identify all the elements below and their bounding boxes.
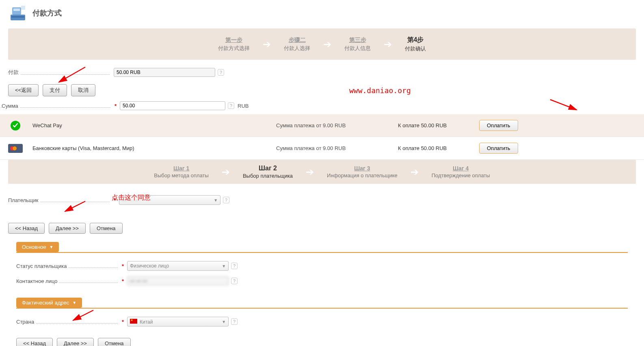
payment-min-amount: Сумма платежа от 9.00 RUB [276,145,398,151]
step-2[interactable]: 步骤二 付款人选择 [276,37,318,52]
payment-method-cards[interactable]: Банковские карты (Visa, Mastercard, Мир)… [0,137,644,160]
section-tab-main[interactable]: Основное ▼ [16,242,59,252]
chevron-down-icon: ▼ [72,300,76,305]
step-title: Шаг 3 [327,165,398,172]
back-button[interactable]: << Назад [16,338,53,346]
button-row-ru: << Назад Далее >> Отмена [0,220,644,237]
step-3[interactable]: 第三步 付款人信息 [336,37,379,52]
cancel-button[interactable]: Отмена [98,338,131,346]
help-icon[interactable]: ? [231,263,238,269]
svg-line-5 [59,67,85,82]
sum-label: Сумма [1,103,115,109]
steps-bar-ru: Шаг 1 Выбор метода оплаты ➔ Шаг 2 Выбор … [8,160,636,184]
step-sub: Информация о плательщике [327,172,398,178]
step-sub: 付款方式选择 [218,45,250,52]
payment-due-amount: К оплате 50.00 RUB [398,145,479,151]
step-sub: Выбор плательщика [243,173,293,179]
pay-method-button[interactable]: Оплатить [479,143,518,154]
currency-label: RUB [238,103,249,109]
svg-point-10 [13,146,17,150]
step-title: Шаг 4 [432,165,490,172]
arrow-icon: ➔ [318,39,336,50]
section-divider [16,252,628,253]
watermark-text: www.daniao.org [349,86,411,95]
chevron-down-icon: ▼ [50,245,54,249]
page-title: 付款方式 [32,8,62,18]
chevron-down-icon: ▼ [222,320,226,324]
section-label: Основное [22,244,46,250]
svg-line-12 [73,310,93,320]
sum-input[interactable] [120,101,225,110]
required-marker: * [115,103,117,109]
arrow-icon: ➔ [301,166,319,178]
payment-min-amount: Сумма платежа от 9.00 RUB [276,122,398,128]
country-value: Китай [140,319,153,325]
bank-card-icon [8,144,23,153]
pay-method-button[interactable]: Оплатить [479,120,518,131]
step-1[interactable]: 第一步 付款方式选择 [210,37,258,52]
required-marker: * [122,263,124,269]
cancel-button[interactable]: Отмена [90,223,123,234]
step-ru-4[interactable]: Шаг 4 Подтверждение оплаты [424,165,498,178]
arrow-icon: ➔ [406,166,424,178]
cancel-button[interactable]: 取消 [71,84,95,96]
help-icon[interactable]: ? [231,318,238,325]
annotation-arrow-icon [69,308,97,324]
contact-label: Контактное лицо [16,278,122,284]
next-button[interactable]: Далее >> [49,223,86,234]
step-ru-3[interactable]: Шаг 3 Информация о плательщике [319,165,406,178]
svg-rect-4 [11,16,24,17]
annotation-arrow-icon [53,65,89,85]
step-title: Шаг 2 [243,165,293,172]
status-select[interactable]: Физическое лицо▼ [127,261,229,271]
step-title: 第一步 [218,37,250,44]
pay-button[interactable]: 支付 [43,84,67,96]
arrow-icon: ➔ [217,166,235,178]
svg-line-7 [550,100,577,110]
payment-method-wechat[interactable]: WeChat Pay Сумма платежа от 9.00 RUB К о… [0,114,644,137]
step-ru-1[interactable]: Шаг 1 Выбор метода оплаты [146,165,217,178]
back-button[interactable]: <<返回 [8,84,39,96]
annotation-arrow-icon [61,199,89,215]
step-4: 第4步 付款确认 [397,36,434,52]
chevron-down-icon: ▼ [222,264,226,268]
step-ru-2: Шаг 2 Выбор плательщика [235,165,301,179]
steps-bar-cn: 第一步 付款方式选择 ➔ 步骤二 付款人选择 ➔ 第三步 付款人信息 ➔ 第4步… [8,28,636,60]
country-select[interactable]: Китай ▼ [127,317,229,326]
contact-input[interactable] [127,276,229,285]
section-label: Фактический адрес [22,300,69,306]
svg-line-11 [65,201,85,211]
button-row-ru-2: << Назад Далее >> Отмена [0,335,644,346]
back-button[interactable]: << Назад [8,223,45,234]
section-tab-address[interactable]: Фактический адрес ▼ [16,298,82,308]
step-sub: 付款确认 [405,45,426,52]
payer-row: Плательщик * — — —▼ ? [0,194,644,207]
status-value: Физическое лицо [130,263,169,269]
step-title: 第三步 [344,37,371,44]
status-label: Статус плательщика [16,263,122,269]
annotation-arrow-icon [548,98,581,114]
step-sub: 付款人信息 [344,45,371,52]
step-sub: Выбор метода оплаты [154,172,209,178]
help-icon[interactable]: ? [223,197,229,203]
section-divider [16,308,628,309]
arrow-icon: ➔ [258,39,276,50]
payment-due-amount: К оплате 50.00 RUB [398,122,479,128]
annotation-text: 点击这个同意 [112,194,151,202]
button-row-cn: <<返回 支付 取消 [0,81,644,100]
chevron-down-icon: ▼ [214,198,218,202]
svg-rect-3 [21,6,25,10]
required-marker: * [122,319,124,325]
payment-method-name: Банковские карты (Visa, Mastercard, Мир) [32,145,276,151]
page-header: 付款方式 [0,0,644,26]
status-row: Статус плательщика * Физическое лицо▼ ? [0,259,644,272]
help-icon[interactable]: ? [228,102,234,109]
svg-rect-2 [13,9,20,11]
payment-amount-input[interactable] [114,68,215,77]
flag-cn-icon [130,319,137,324]
help-icon[interactable]: ? [231,278,238,284]
next-button[interactable]: Далее >> [57,338,94,346]
step-sub: 付款人选择 [284,45,310,52]
payment-method-name: WeChat Pay [32,122,276,128]
help-icon[interactable]: ? [218,69,224,76]
